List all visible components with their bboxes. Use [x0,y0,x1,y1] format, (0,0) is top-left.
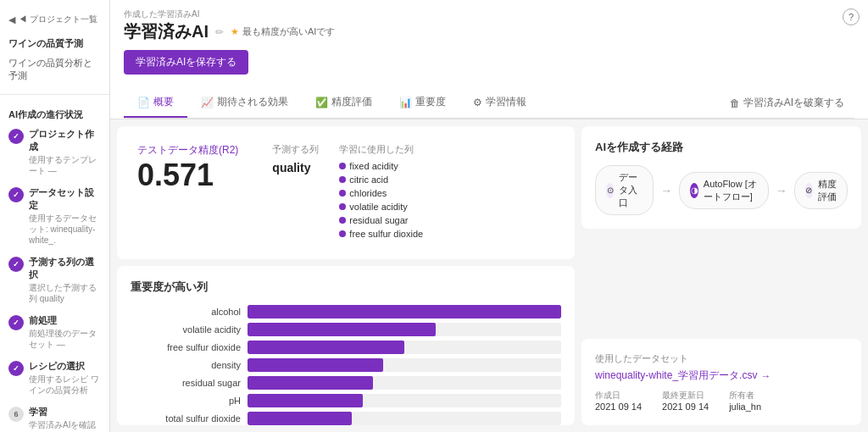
step-desc-preprocess: 前処理後のデータセット — [29,328,101,350]
bar-label: residual sugar [131,378,241,388]
bar-fill [248,412,352,425]
dataset-meta-label: 作成日 [595,390,642,402]
tab-training[interactable]: ⚙ 学習情報 [459,88,540,118]
tab-importance[interactable]: 📊 重要度 [386,88,459,118]
step-icon-preprocess: ✓ [8,315,24,330]
step-desc-recipe: 使用するレシピ ワインの品質分析 [29,374,101,396]
bar-label: total sulfur dioxide [131,413,241,424]
pipeline-node-input[interactable]: ⊙ データ入口 [595,165,654,215]
dataset-meta: 作成日 2021 09 14 最終更新日 2021 09 14 所有者 juli… [595,390,848,412]
tab-overview[interactable]: 📄 概要 [124,88,187,118]
back-icon: ◀ [8,14,15,25]
predict-col-section: 予測する列 quality [272,143,319,242]
bar-row: alcohol [131,305,561,318]
dataset-meta-item: 最終更新日 2021 09 14 [662,390,709,412]
tab-importance-label: 重要度 [415,95,446,109]
sidebar-nav-analysis[interactable]: ワインの品質分析と予測 [0,52,109,87]
score-card: テストデータ精度(R2) 0.571 予測する列 quality 学習に使用した… [117,126,575,259]
step-label-train: 学習 [29,406,101,418]
step-train[interactable]: 6 学習 学習済みAIを確認 [0,401,109,432]
back-label: ◀ プロジェクト一覧 [19,14,97,25]
bar-track [248,394,561,407]
train-col-item: fixed acidity [339,161,423,171]
bar-label: volatile acidity [131,324,241,335]
train-col-item: chlorides [339,188,423,198]
bar-fill [248,358,383,372]
pipeline-card: AIを作成する経路 ⊙ データ入口 → ◑ AutoFlow [オートフロー] … [581,126,861,229]
content: テストデータ精度(R2) 0.571 予測する列 quality 学習に使用した… [110,119,868,432]
predict-col-label: 予測する列 [272,143,319,156]
tab-effect-icon: 📈 [201,97,214,108]
destroy-button[interactable]: 🗑 学習済みAIを破棄する [720,88,854,118]
sidebar-project-title: ワインの品質予測 [0,30,109,52]
tab-accuracy[interactable]: ✅ 精度評価 [302,88,386,118]
back-button[interactable]: ◀ ◀ プロジェクト一覧 [0,8,109,30]
pipeline-node-icon: ⊘ [805,183,813,198]
bar-fill [248,376,373,390]
bar-track [248,358,561,372]
col-dot [339,163,346,169]
bar-fill [248,305,561,318]
pipeline-node-icon: ⊙ [606,183,614,198]
destroy-label: 学習済みAIを破棄する [743,96,844,110]
tab-importance-icon: 📊 [399,97,412,108]
bar-row: free sulfur dioxide [131,341,561,354]
step-desc-project: 使用するテンプレート — [29,154,101,176]
step-preprocess: ✓ 前処理 前処理後のデータセット — [0,309,109,355]
pipeline-title: AIを作成する経路 [595,140,848,155]
step-label-recipe: レシピの選択 [29,360,101,373]
step-desc-train: 学習済みAIを確認 [29,419,101,430]
dataset-label: 使用したデータセット [595,352,848,365]
score-value: 0.571 [137,158,238,193]
train-col-item: residual sugar [339,215,423,225]
pipeline-node-eval[interactable]: ⊘ 精度評価 [794,172,848,209]
bars-container: alcohol volatile acidity free sulfur dio… [131,305,561,425]
step-icon-recipe: ✓ [8,361,24,376]
dataset-card: 使用したデータセット winequality-white_学習用データ.csv … [581,339,861,425]
tab-effect[interactable]: 📈 期待される効果 [187,88,302,118]
step-desc-dataset: 使用するデータセット: winequality-white_. [29,213,101,246]
bar-row: density [131,358,561,372]
tab-accuracy-icon: ✅ [315,97,328,108]
header: 作成した学習済みAI 学習済みAI ✏ ★ 最も精度が高いAIです 学習済みAI… [110,0,868,119]
save-button[interactable]: 学習済みAIを保存する [124,50,248,75]
pipeline-flow: ⊙ データ入口 → ◑ AutoFlow [オートフロー] → ⊘ 精度評価 [595,165,848,215]
train-cols-list: fixed aciditycitric acidchloridesvolatil… [339,161,423,239]
dataset-link-icon: → [760,370,771,382]
pipeline-arrow: → [776,184,787,197]
pipeline-node-autoflow[interactable]: ◑ AutoFlow [オートフロー] [679,172,768,209]
step-icon-dataset: ✓ [8,187,24,202]
bar-row: residual sugar [131,376,561,390]
dataset-meta-value: 2021 09 14 [662,402,709,412]
tabs: 📄 概要 📈 期待される効果 ✅ 精度評価 📊 重要度 ⚙ 学習情報 🗑 学 [124,88,854,119]
tab-overview-icon: 📄 [137,97,150,108]
step-label-predict: 予測する列の選択 [29,256,101,281]
header-title-area: 学習済みAI ✏ ★ 最も精度が高いAIです [124,20,335,43]
step-label-preprocess: 前処理 [29,314,101,327]
col-dot [339,203,346,210]
star-icon: ★ [231,26,239,37]
step-label-dataset: データセット設定 [29,186,101,212]
dataset-link[interactable]: winequality-white_学習用データ.csv → [595,368,848,383]
pipeline-arrow: → [660,184,672,197]
bar-track [248,323,561,336]
tab-training-icon: ⚙ [473,97,482,108]
help-button[interactable]: ? [843,8,860,25]
train-col-item: volatile acidity [339,202,423,212]
pipeline-node-label: AutoFlow [オートフロー] [704,178,758,203]
tab-overview-label: 概要 [153,95,174,109]
train-cols-section: 学習に使用した列 fixed aciditycitric acidchlorid… [339,143,423,242]
column-info: 予測する列 quality 学習に使用した列 fixed aciditycitr… [272,143,423,242]
main-panel: 作成した学習済みAI 学習済みAI ✏ ★ 最も精度が高いAIです 学習済みAI… [110,0,868,432]
header-subtitle: 作成した学習済みAI [124,8,335,20]
bar-row: pH [131,394,561,407]
tab-accuracy-label: 精度評価 [331,95,372,109]
bar-fill [248,323,436,336]
dataset-meta-value: julia_hn [729,402,761,412]
edit-icon[interactable]: ✏ [215,26,224,38]
train-col-item: free sulfur dioxide [339,229,423,239]
destroy-icon: 🗑 [730,97,740,109]
bar-label: pH [131,396,241,406]
sidebar-progress-title: AI作成の進行状況 [0,102,109,123]
dataset-meta-item: 作成日 2021 09 14 [595,390,642,412]
